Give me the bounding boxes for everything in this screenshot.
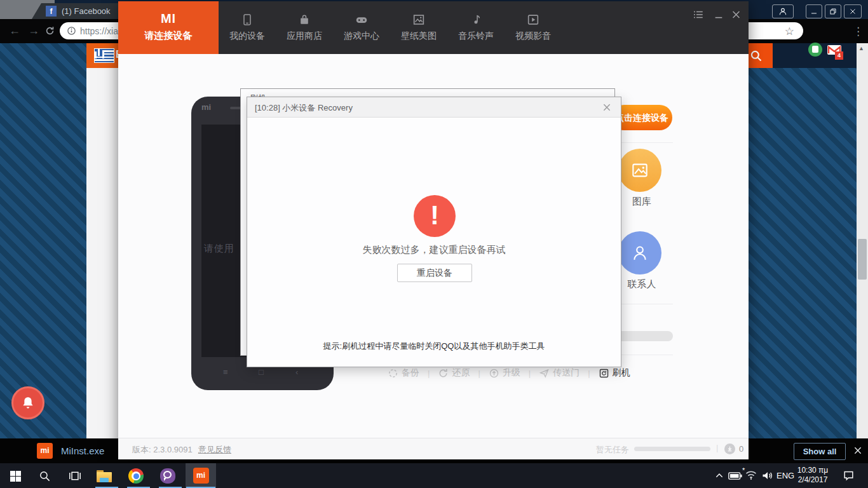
mi-logo: MI (118, 11, 219, 26)
download-manager-button[interactable] (724, 444, 735, 454)
backup-button[interactable]: 备份 (388, 367, 419, 379)
version-text: 版本: 2.3.0.9091 (132, 444, 193, 456)
toolbar-label: 传送门 (553, 367, 580, 379)
bookmark-star-icon[interactable]: ☆ (785, 25, 794, 38)
flash-icon (599, 368, 609, 379)
tab-my-device[interactable]: 我的设备 (219, 1, 276, 54)
task-view-icon (69, 470, 81, 482)
tab-wallpapers[interactable]: 壁纸美图 (390, 1, 447, 54)
browser-menu-icon[interactable]: ⋮ (853, 25, 864, 38)
windows-taskbar: mi * ENG 10:30 πμ 2/4/2017 (0, 463, 868, 488)
back-icon[interactable]: ← (9, 24, 20, 37)
url-text: https://xia (80, 26, 118, 36)
battery-tray-icon[interactable] (728, 472, 742, 480)
desktop: f (1) Facebook ← → https://xia ☆ 4 (0, 0, 868, 488)
extension-icon[interactable] (808, 43, 822, 57)
phone-icon (241, 13, 254, 27)
viber-icon (160, 468, 175, 484)
mi-app-taskbar-button[interactable]: mi (186, 463, 216, 488)
scroll-up-icon[interactable]: ▲ (858, 45, 864, 51)
site-background-right (749, 68, 857, 438)
divider (613, 355, 673, 355)
nav-label: 音乐铃声 (447, 30, 505, 42)
paper-plane-icon (539, 368, 550, 379)
mi-file-icon: mi (37, 443, 53, 459)
upgrade-button[interactable]: 升级 (489, 367, 520, 379)
task-view-button[interactable] (67, 468, 83, 484)
divider: | (478, 369, 480, 378)
downloaded-file[interactable]: MiInst.exe (61, 445, 104, 456)
gallery-icon (630, 160, 650, 180)
close-shelf-icon[interactable] (853, 445, 863, 456)
chrome-button[interactable] (128, 468, 144, 484)
info-icon[interactable] (67, 26, 76, 36)
tray-expand-button[interactable] (714, 471, 724, 480)
upgrade-icon (489, 368, 499, 379)
app-menu-icon[interactable] (693, 9, 704, 20)
contacts-shortcut[interactable] (618, 231, 661, 274)
wifi-tray-icon[interactable]: * (745, 469, 757, 480)
feedback-link[interactable]: 意见反馈 (198, 444, 231, 456)
gmail-badge: 4 (835, 51, 843, 60)
tab-music[interactable]: 音乐铃声 (447, 1, 505, 54)
greek-flag-icon[interactable] (94, 48, 114, 63)
dialog-close-icon[interactable] (602, 102, 612, 112)
phone-screen-text: 请使用 (204, 243, 234, 255)
chevron-up-icon (714, 471, 724, 480)
site-background-left (0, 43, 86, 438)
person-icon (778, 7, 787, 16)
restore-button[interactable]: 还原 (438, 367, 470, 379)
window-minimize-button[interactable] (806, 4, 822, 18)
nav-label: 游戏中心 (333, 30, 390, 42)
start-button[interactable] (8, 468, 23, 484)
volume-tray-icon[interactable] (761, 470, 774, 481)
gallery-shortcut[interactable] (618, 149, 661, 192)
connect-tab-label: 请连接设备 (118, 30, 219, 42)
divider: | (428, 369, 430, 378)
file-explorer-button[interactable] (97, 468, 112, 484)
page-scrollbar[interactable]: ▲ (857, 43, 868, 438)
download-count: 0 (739, 444, 743, 454)
nav-label: 视频影音 (505, 30, 562, 42)
notification-bell-button[interactable] (11, 386, 44, 419)
toolbar-label: 还原 (452, 367, 470, 379)
placeholder-bar (613, 331, 673, 341)
language-indicator[interactable]: ENG (776, 471, 794, 480)
forward-icon[interactable]: → (28, 24, 39, 37)
reload-icon[interactable] (44, 25, 55, 36)
scrollbar-thumb[interactable] (858, 239, 867, 280)
taskbar-search-button[interactable] (37, 468, 52, 484)
taskbar-clock[interactable]: 10:30 πμ 2/4/2017 (794, 466, 831, 485)
no-task-text: 暂无任务 (596, 444, 629, 456)
flash-button[interactable]: 刷机 (599, 367, 630, 379)
browser-profile-button[interactable] (772, 4, 794, 18)
restart-device-button[interactable]: 重启设备 (397, 264, 472, 282)
restore-icon (829, 8, 837, 15)
nav-label: 我的设备 (219, 30, 276, 42)
action-center-button[interactable] (843, 470, 855, 481)
viber-button[interactable] (160, 468, 175, 484)
app-header: MI 请连接设备 我的设备 应用商店 游戏中心 壁纸美图 音乐铃声 (118, 1, 749, 54)
tab-game-center[interactable]: 游戏中心 (333, 1, 390, 54)
tab-title: (1) Facebook (62, 6, 111, 16)
window-close-button[interactable] (844, 4, 862, 18)
nav-label: 壁纸美图 (390, 30, 447, 42)
error-icon: ! (414, 195, 456, 237)
portal-button[interactable]: 传送门 (539, 367, 580, 379)
toolbar-label: 备份 (402, 367, 419, 379)
tab-video[interactable]: 视频影音 (505, 1, 562, 54)
app-minimize-icon[interactable] (714, 9, 724, 20)
notification-icon (843, 470, 855, 481)
chrome-icon (128, 468, 144, 484)
show-all-downloads-button[interactable]: Show all (794, 443, 846, 460)
folder-icon (97, 470, 112, 482)
app-close-icon[interactable] (731, 9, 742, 20)
tab-connect-device[interactable]: MI 请连接设备 (118, 1, 219, 54)
divider (613, 142, 673, 143)
browser-tab-facebook[interactable]: f (1) Facebook (32, 3, 127, 19)
backup-icon (388, 368, 398, 379)
phone-menu-key: ≡ (223, 367, 228, 377)
window-restore-button[interactable] (825, 4, 841, 18)
tab-app-store[interactable]: 应用商店 (276, 1, 333, 54)
dialog-title: [10:28] 小米设备 Recovery (255, 102, 353, 114)
